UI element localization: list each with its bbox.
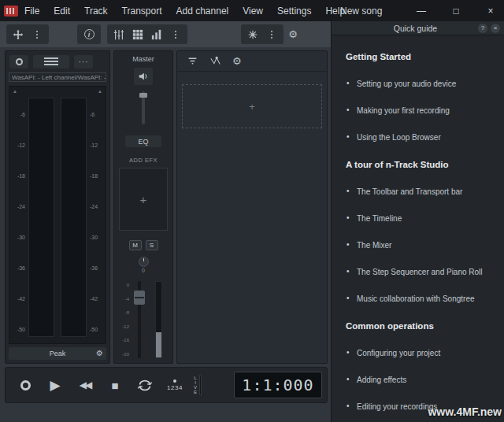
guide-item[interactable]: The Toolbar and Transport bar bbox=[346, 187, 493, 196]
close-button[interactable]: × bbox=[485, 6, 496, 17]
watermark: www.4MF.new bbox=[428, 405, 502, 418]
quick-guide-body: Getting Started Setting up your audio de… bbox=[332, 35, 504, 411]
track-drop-zone[interactable]: + bbox=[182, 84, 322, 128]
menu-view[interactable]: View bbox=[243, 6, 263, 17]
views-menu-icon[interactable] bbox=[166, 26, 185, 43]
clip-indicator-left[interactable]: ▲ bbox=[13, 89, 17, 94]
fader-db-scale: 0-4 -8-12 -16-20 bbox=[118, 283, 129, 357]
app-window: File Edit Track Transport Add channel Vi… bbox=[0, 0, 504, 422]
arrange-area: ⚙ + bbox=[176, 50, 328, 364]
add-efx-label: ADD EFX bbox=[114, 157, 172, 164]
quick-guide-title: Quick guide bbox=[335, 24, 475, 33]
eq-button[interactable]: EQ bbox=[125, 135, 161, 147]
menu-settings[interactable]: Settings bbox=[277, 6, 311, 17]
main-toolbar: i ⚙ bbox=[0, 21, 331, 47]
help-icon[interactable]: ? bbox=[478, 24, 487, 33]
loop-button[interactable] bbox=[130, 372, 160, 398]
clip-indicator-right[interactable]: ▲ bbox=[98, 89, 102, 94]
meters-view-icon[interactable] bbox=[147, 26, 166, 43]
minimize-button[interactable]: — bbox=[416, 6, 427, 17]
metronome-button[interactable]: 1234 bbox=[160, 372, 190, 398]
app-icon bbox=[4, 6, 18, 17]
db-scale-left: -6-12 -18-24 -30-36 -42-50 bbox=[11, 112, 25, 332]
master-meter bbox=[155, 281, 162, 358]
guide-item[interactable]: The Step Sequencer and Piano Roll bbox=[346, 268, 493, 276]
rewind-button[interactable]: ◀◀ bbox=[70, 372, 100, 398]
info-icon[interactable]: i bbox=[80, 26, 98, 43]
meter-bar-right bbox=[61, 98, 87, 337]
transport-bar: ▶ ◀◀ ■ 1234 LIVE 1:1:000 bbox=[5, 367, 328, 403]
guide-section-heading: Common operations bbox=[346, 321, 493, 331]
menu-edit[interactable]: Edit bbox=[54, 6, 70, 17]
master-title: Master bbox=[114, 51, 172, 63]
tool-group-info: i bbox=[77, 24, 101, 44]
level-meter: ▲ ▲ -6-12 -18-24 -30-36 -42-50 -6-12 -18… bbox=[9, 86, 106, 344]
title-bar: File Edit Track Transport Add channel Vi… bbox=[0, 0, 504, 21]
tool-group-views bbox=[107, 24, 187, 44]
guide-item[interactable]: The Timeline bbox=[346, 214, 493, 223]
plus-icon: + bbox=[249, 101, 255, 113]
guide-item[interactable]: The Mixer bbox=[346, 241, 493, 250]
master-channel-strip: Master EQ ADD EFX + M S 0 0-4 -8-12 -16-… bbox=[113, 50, 173, 364]
menu-track[interactable]: Track bbox=[84, 6, 108, 17]
volume-fader-track bbox=[138, 281, 141, 358]
guide-item[interactable]: Adding effects bbox=[346, 376, 493, 384]
grid-view-icon[interactable] bbox=[128, 26, 147, 43]
meter-menu-icon[interactable] bbox=[33, 55, 69, 68]
record-arm-button[interactable] bbox=[9, 55, 28, 68]
maximize-button[interactable]: □ bbox=[450, 6, 461, 17]
automation-icon[interactable] bbox=[209, 56, 221, 66]
meter-bar-left bbox=[28, 98, 54, 337]
audio-device-label[interactable]: WasAPI: - Left channel/WasAPI: -... bbox=[9, 72, 106, 82]
peak-settings-gear-icon[interactable]: ⚙ bbox=[96, 350, 103, 357]
guide-section-heading: A tour of n-Track Studio bbox=[346, 160, 493, 169]
work-area: ··· WasAPI: - Left channel/WasAPI: -... … bbox=[0, 47, 331, 422]
solo-button[interactable]: S bbox=[146, 240, 158, 250]
mixer-view-icon[interactable] bbox=[109, 26, 128, 43]
quick-guide-close-icon[interactable]: × bbox=[491, 24, 500, 33]
arrange-settings-gear-icon[interactable]: ⚙ bbox=[232, 56, 242, 66]
record-button[interactable] bbox=[10, 372, 40, 398]
live-button[interactable]: LIVE bbox=[193, 372, 206, 398]
pan-value: 0 bbox=[114, 268, 172, 273]
track-filter-icon[interactable] bbox=[187, 56, 198, 66]
menu-file[interactable]: File bbox=[24, 6, 39, 17]
input-level-slider[interactable] bbox=[142, 91, 145, 124]
recording-meter-panel: ··· WasAPI: - Left channel/WasAPI: -... … bbox=[5, 50, 110, 364]
menu-bar: File Edit Track Transport Add channel Vi… bbox=[24, 6, 345, 17]
meter-more-icon[interactable]: ··· bbox=[74, 55, 93, 68]
guide-item[interactable]: Using the Loop Browser bbox=[346, 133, 493, 142]
output-device-icon[interactable] bbox=[134, 68, 153, 85]
tool-group-routing bbox=[241, 24, 284, 44]
mute-button[interactable]: M bbox=[129, 240, 142, 250]
peak-button[interactable]: Peak ⚙ bbox=[9, 347, 106, 360]
menu-add-channel[interactable]: Add channel bbox=[176, 6, 229, 17]
tool-group-edit bbox=[6, 24, 49, 44]
routing-menu-icon[interactable] bbox=[262, 26, 281, 43]
move-tool-icon[interactable] bbox=[9, 26, 28, 43]
menu-transport[interactable]: Transport bbox=[122, 6, 162, 17]
stop-button[interactable]: ■ bbox=[100, 372, 130, 398]
db-scale-right: -6-12 -18-24 -30-36 -42-50 bbox=[90, 112, 104, 332]
time-display[interactable]: 1:1:000 bbox=[234, 372, 322, 398]
guide-item[interactable]: Configuring your project bbox=[346, 349, 493, 357]
quick-guide-header: Quick guide ? × bbox=[332, 21, 504, 35]
pan-knob[interactable] bbox=[139, 257, 149, 267]
plus-icon: + bbox=[140, 193, 147, 206]
window-title: New song bbox=[340, 6, 382, 17]
guide-item[interactable]: Music collaboration with Songtree bbox=[346, 294, 493, 303]
guide-item[interactable]: Making your first recording bbox=[346, 106, 493, 115]
add-effect-box[interactable]: + bbox=[119, 168, 168, 231]
master-fader-zone: 0-4 -8-12 -16-20 bbox=[114, 281, 172, 358]
volume-fader-handle[interactable] bbox=[134, 291, 145, 305]
guide-section-heading: Getting Started bbox=[346, 52, 493, 61]
move-tool-menu-icon[interactable] bbox=[28, 26, 46, 43]
play-button[interactable]: ▶ bbox=[40, 372, 70, 398]
guide-item[interactable]: Setting up your audio device bbox=[346, 80, 493, 88]
toolbar-settings-gear-icon[interactable]: ⚙ bbox=[284, 26, 302, 43]
routing-icon[interactable] bbox=[243, 26, 262, 43]
quick-guide-panel: Quick guide ? × Getting Started Setting … bbox=[331, 21, 504, 422]
